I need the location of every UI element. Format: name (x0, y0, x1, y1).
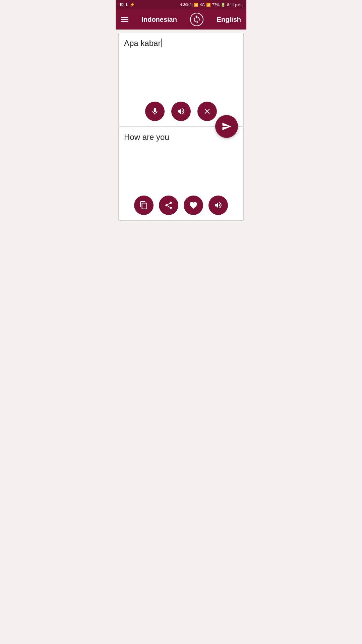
share-button[interactable] (159, 196, 178, 215)
send-button[interactable] (215, 115, 238, 138)
main-content: Apa kabar (116, 33, 246, 221)
clock: 8:11 p.m. (227, 3, 242, 7)
clear-icon (203, 107, 212, 116)
status-left: 🖼 ⬇ ⚡ (120, 2, 135, 7)
source-language-button[interactable]: Indonesian (141, 16, 177, 23)
speaker-button[interactable] (171, 102, 191, 121)
speaker-output-button[interactable] (208, 196, 228, 215)
favorite-button[interactable] (184, 196, 203, 215)
target-language-button[interactable]: English (217, 16, 241, 23)
signal-icon: 📶 (206, 3, 211, 7)
battery-icon: 🔋 (221, 3, 226, 7)
photo-icon: 🖼 (120, 2, 124, 7)
status-bar: 🖼 ⬇ ⚡ 4.39K/s 📶 4G 📶 77% 🔋 8:11 p.m. (116, 0, 246, 9)
copy-button[interactable] (134, 196, 154, 215)
clear-button[interactable] (197, 102, 217, 121)
input-text-value: Apa kabar (124, 39, 161, 48)
microphone-icon (150, 107, 159, 116)
nav-bar: Indonesian English (116, 9, 246, 30)
output-text-display: How are you (119, 127, 243, 201)
network-icon: 4G (200, 3, 205, 7)
microphone-button[interactable] (145, 102, 165, 121)
swap-icon (192, 15, 201, 24)
input-panel: Apa kabar (118, 33, 244, 127)
menu-button[interactable] (121, 17, 128, 22)
send-icon (222, 121, 232, 131)
speaker-icon (177, 107, 185, 116)
swap-languages-button[interactable] (190, 13, 203, 26)
output-text-value: How are you (124, 132, 169, 142)
download-icon: ⬇ (125, 2, 128, 7)
speed-indicator: 4.39K/s (180, 3, 192, 7)
copy-icon (139, 201, 148, 210)
wifi-icon: 📶 (194, 3, 198, 7)
favorite-icon (189, 201, 198, 210)
input-text-display: Apa kabar (119, 33, 243, 107)
status-right: 4.39K/s 📶 4G 📶 77% 🔋 8:11 p.m. (180, 3, 242, 7)
battery-indicator: 77% (212, 3, 220, 7)
speaker-output-icon (214, 201, 223, 210)
output-panel: How are you (118, 127, 244, 221)
usb-icon: ⚡ (130, 2, 135, 7)
share-icon (164, 201, 173, 210)
text-cursor (161, 39, 162, 47)
output-action-bar (119, 196, 243, 215)
